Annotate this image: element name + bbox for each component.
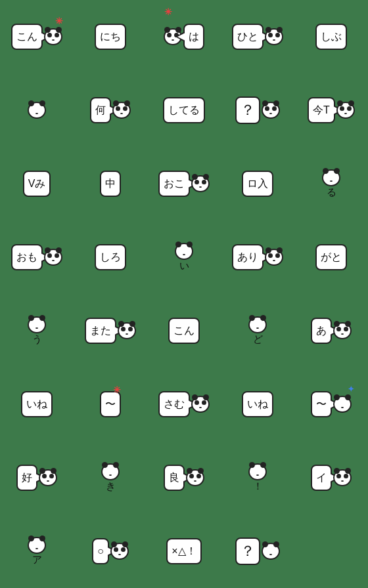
bubble-text: あ <box>316 324 327 338</box>
speech-bubble: 〜 <box>100 391 121 417</box>
bubble-text: 良 <box>169 471 179 485</box>
speech-bubble: 〜 <box>311 391 332 417</box>
panda-with-bubble: イ <box>311 465 352 491</box>
sticker: 好 <box>8 454 66 501</box>
speech-bubble: がと <box>315 244 347 270</box>
sticker: 中 <box>81 160 139 207</box>
cell-7-2: ×△！ <box>147 514 221 588</box>
speech-bubble: ×△！ <box>166 538 201 564</box>
sticker: ？ <box>229 87 287 134</box>
bubble-with-sparkle: ✳〜 <box>100 391 121 417</box>
sticker-label: い <box>179 260 189 272</box>
panda-with-bubble: 良 <box>164 465 204 491</box>
panda-with-bubble: ひと <box>232 24 283 50</box>
cell-1-4: 今T <box>294 74 368 147</box>
panda-with-bubble: また <box>85 318 136 344</box>
sticker <box>302 528 360 575</box>
sticker: がと <box>302 234 360 281</box>
panda-standalone: ！ <box>248 463 267 493</box>
sticker: ！ <box>229 454 287 501</box>
bubble-text: 何 <box>95 104 106 117</box>
panda-standalone: き <box>101 463 120 493</box>
bubble-text: ？ <box>241 541 255 561</box>
cell-1-1: 何 <box>74 74 147 147</box>
panda-with-bubble: あり <box>232 244 283 270</box>
sticker-label: る <box>327 186 336 199</box>
cell-4-0: う <box>0 294 74 368</box>
emoji-grid: こん ✳にち✳ はひと しぶ 何 してる？ 今T <box>0 0 368 588</box>
sticker: い <box>155 234 213 281</box>
speech-bubble: してる <box>163 97 205 123</box>
bubble-text: こん <box>16 30 37 44</box>
bubble-text: 好 <box>22 471 32 485</box>
panda-standalone: う <box>28 316 46 346</box>
bubble-text: 〜 <box>105 398 116 411</box>
cell-3-2: い <box>147 220 221 294</box>
cell-1-3: ？ <box>221 74 294 147</box>
cell-6-2: 良 <box>147 441 221 514</box>
bubble-text: しろ <box>100 251 121 264</box>
sticker: ○ <box>81 528 139 575</box>
cell-3-3: あり <box>221 220 294 294</box>
panda-standalone: ア <box>28 537 46 566</box>
cell-0-1: にち <box>74 0 147 74</box>
sticker: さむ <box>155 381 213 428</box>
sticker: ✦〜 <box>302 381 360 428</box>
bubble-text: こん <box>173 324 195 338</box>
cell-2-1: 中 <box>74 147 147 220</box>
cell-6-4: イ <box>294 441 368 514</box>
sticker-label: う <box>32 333 42 346</box>
bubble-text: あり <box>237 251 258 264</box>
sticker: 良 <box>155 454 213 501</box>
speech-bubble: 良 <box>164 465 185 491</box>
speech-bubble: 中 <box>100 171 121 197</box>
cell-2-2: おこ <box>147 147 221 220</box>
panda-standalone: い <box>175 243 193 272</box>
bubble-text: いね <box>247 398 268 411</box>
panda-with-bubble: さむ <box>158 391 210 417</box>
cell-5-4: ✦〜 <box>294 368 368 441</box>
panda-standalone <box>28 102 46 119</box>
bubble-text: さむ <box>164 398 185 411</box>
bubble-text: しぶ <box>321 30 342 44</box>
bubble-text: してる <box>168 104 200 117</box>
sticker: にち <box>81 13 139 60</box>
cell-4-2: こん <box>147 294 221 368</box>
cell-7-4 <box>294 514 368 588</box>
sticker: ×△！ <box>155 528 213 575</box>
bubble-text: おこ <box>164 177 185 191</box>
cell-1-0 <box>0 74 74 147</box>
sticker-label: ど <box>253 333 263 346</box>
sticker: 何 <box>81 87 139 134</box>
sticker: いね <box>8 381 66 428</box>
sticker-label: ア <box>32 554 42 566</box>
speech-bubble: あり <box>232 244 264 270</box>
cell-2-3: ロ入 <box>221 147 294 220</box>
cell-0-3: ひと <box>221 0 294 74</box>
cell-2-4: る <box>294 147 368 220</box>
bubble-text: ？ <box>241 100 255 120</box>
bubble-text: 〜 <box>316 398 327 411</box>
sticker: ア <box>8 528 66 575</box>
bubble-text: ○ <box>97 545 104 557</box>
bubble-text: ひと <box>237 30 258 44</box>
cell-3-4: がと <box>294 220 368 294</box>
cell-6-3: ！ <box>221 441 294 514</box>
speech-bubble: おも <box>11 244 43 270</box>
panda-standalone: ど <box>248 316 267 346</box>
speech-bubble: ？ <box>235 537 260 565</box>
cell-5-0: いね <box>0 368 74 441</box>
bubble-text: 中 <box>105 177 116 191</box>
cell-6-0: 好 <box>0 441 74 514</box>
sticker: こん ✳ <box>8 13 66 60</box>
bubble-text: は <box>189 30 199 44</box>
sticker: る <box>302 160 360 207</box>
speech-bubble: 好 <box>16 465 37 491</box>
cell-3-0: おも <box>0 220 74 294</box>
speech-bubble: しぶ <box>315 24 347 50</box>
panda-with-bubble: は <box>164 24 204 50</box>
panda-with-bubble: 何 <box>90 97 131 123</box>
sticker: ✳ は <box>155 13 213 60</box>
panda-standalone: る <box>322 169 340 199</box>
bubble-text: ロ入 <box>247 177 268 191</box>
